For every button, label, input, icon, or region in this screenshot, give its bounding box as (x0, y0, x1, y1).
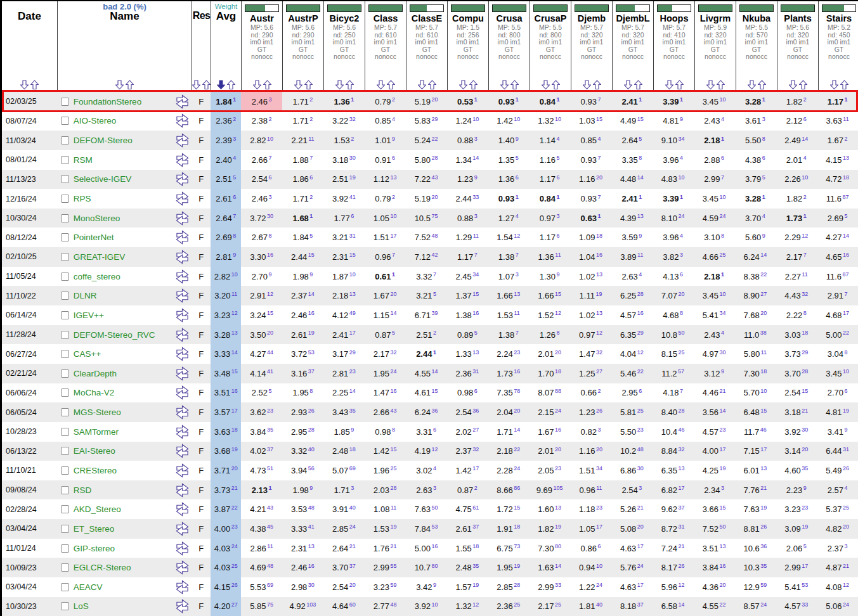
sort-ascending-icon[interactable] (346, 80, 354, 90)
method-name-link[interactable]: AEACV (74, 582, 103, 592)
compare-arrows-icon[interactable] (176, 327, 189, 343)
row-checkbox[interactable] (61, 117, 69, 125)
sort-descending-icon[interactable] (665, 80, 673, 90)
row-checkbox[interactable] (61, 428, 69, 436)
row-checkbox[interactable] (61, 544, 69, 553)
row-checkbox[interactable] (61, 466, 69, 475)
row-checkbox[interactable] (61, 136, 69, 144)
compare-arrows-icon[interactable] (176, 482, 189, 498)
compare-arrows-icon[interactable] (176, 366, 189, 382)
compare-arrows-icon[interactable] (176, 521, 189, 537)
sort-descending-icon[interactable] (830, 80, 838, 90)
compare-arrows-icon[interactable] (176, 94, 189, 110)
sort-ascending-icon[interactable] (634, 80, 642, 90)
method-name-link[interactable]: DEFOM-Stereo_RVC (74, 330, 155, 340)
method-name-link[interactable]: MonoStereo (74, 214, 120, 223)
row-checkbox[interactable] (61, 253, 69, 261)
method-name-link[interactable]: AIO-Stereo (74, 116, 117, 125)
compare-arrows-icon[interactable] (176, 598, 189, 614)
compare-arrows-icon[interactable] (176, 501, 189, 517)
method-name-link[interactable]: EAI-Stereo (74, 446, 115, 456)
method-name-link[interactable]: FoundationStereo (74, 97, 141, 106)
method-name-link[interactable]: GIP-stereo (74, 544, 115, 553)
sort-ascending-icon[interactable] (552, 80, 560, 90)
row-checkbox[interactable] (61, 214, 69, 222)
method-name-link[interactable]: GREAT-IGEV (74, 252, 126, 262)
row-checkbox[interactable] (61, 525, 69, 533)
sort-ascending-icon[interactable] (469, 80, 478, 90)
row-checkbox[interactable] (61, 350, 69, 358)
row-checkbox[interactable] (61, 369, 69, 378)
compare-arrows-icon[interactable] (176, 229, 189, 245)
compare-arrows-icon[interactable] (176, 171, 189, 187)
method-name-link[interactable]: coffe_stereo (74, 272, 120, 281)
compare-arrows-icon[interactable] (176, 152, 189, 168)
compare-arrows-icon[interactable] (176, 463, 189, 478)
row-checkbox[interactable] (61, 486, 69, 494)
compare-arrows-icon[interactable] (176, 210, 189, 226)
sort-ascending-icon[interactable] (717, 80, 725, 90)
sort-ascending-icon[interactable] (799, 80, 807, 90)
sort-ascending-icon[interactable] (675, 80, 684, 90)
sort-descending-icon[interactable] (418, 80, 426, 90)
sort-ascending-icon[interactable] (30, 80, 39, 90)
sort-descending-icon[interactable] (20, 80, 29, 90)
compare-arrows-icon[interactable] (176, 541, 189, 556)
row-checkbox[interactable] (61, 602, 69, 610)
row-checkbox[interactable] (61, 583, 69, 591)
method-name-link[interactable]: MoCha-V2 (74, 388, 115, 397)
sort-descending-icon[interactable] (583, 80, 591, 90)
sort-descending-icon[interactable] (748, 80, 756, 90)
sort-ascending-icon[interactable] (263, 80, 271, 90)
sort-descending-icon[interactable] (217, 80, 225, 90)
compare-arrows-icon[interactable] (176, 443, 189, 459)
row-checkbox[interactable] (61, 233, 69, 241)
method-name-link[interactable]: RSM (74, 155, 93, 165)
method-name-link[interactable]: ClearDepth (74, 369, 117, 378)
compare-arrows-icon[interactable] (176, 346, 189, 362)
method-name-link[interactable]: CAS++ (74, 349, 101, 359)
method-name-link[interactable]: DLNR (74, 291, 97, 300)
sort-ascending-icon[interactable] (304, 80, 313, 90)
method-name-link[interactable]: ET_Stereo (74, 524, 115, 534)
row-checkbox[interactable] (61, 175, 69, 183)
row-checkbox[interactable] (61, 408, 69, 416)
row-checkbox[interactable] (61, 388, 69, 397)
method-name-link[interactable]: IGEV++ (74, 311, 104, 320)
row-checkbox[interactable] (61, 563, 69, 572)
method-name-link[interactable]: DEFOM-Stereo (74, 136, 133, 145)
sort-ascending-icon[interactable] (758, 80, 766, 90)
sort-descending-icon[interactable] (789, 80, 797, 90)
sort-ascending-icon[interactable] (202, 80, 211, 90)
sort-ascending-icon[interactable] (593, 80, 601, 90)
row-checkbox[interactable] (61, 447, 69, 455)
method-name-link[interactable]: RSD (74, 485, 92, 495)
row-checkbox[interactable] (61, 311, 69, 319)
sort-ascending-icon[interactable] (227, 80, 235, 90)
compare-arrows-icon[interactable] (176, 404, 189, 420)
row-checkbox[interactable] (61, 98, 69, 106)
sort-descending-icon[interactable] (377, 80, 385, 90)
row-checkbox[interactable] (61, 156, 69, 164)
sort-ascending-icon[interactable] (126, 80, 134, 90)
method-name-link[interactable]: RPS (74, 194, 91, 203)
sort-descending-icon[interactable] (335, 80, 344, 90)
compare-arrows-icon[interactable] (176, 191, 189, 207)
compare-arrows-icon[interactable] (176, 113, 189, 129)
row-checkbox[interactable] (61, 331, 69, 339)
sort-descending-icon[interactable] (624, 80, 632, 90)
row-checkbox[interactable] (61, 195, 69, 203)
row-checkbox[interactable] (61, 292, 69, 300)
compare-arrows-icon[interactable] (176, 307, 189, 323)
method-name-link[interactable]: PointerNet (74, 233, 114, 242)
row-checkbox[interactable] (61, 273, 69, 281)
compare-arrows-icon[interactable] (176, 385, 189, 401)
compare-arrows-icon[interactable] (176, 560, 189, 575)
sort-ascending-icon[interactable] (428, 80, 436, 90)
sort-descending-icon[interactable] (500, 80, 509, 90)
sort-ascending-icon[interactable] (840, 80, 848, 90)
sort-descending-icon[interactable] (294, 80, 302, 90)
compare-arrows-icon[interactable] (176, 132, 189, 148)
sort-descending-icon[interactable] (542, 80, 550, 90)
method-name-link[interactable]: AKD_Stereo (74, 504, 121, 514)
